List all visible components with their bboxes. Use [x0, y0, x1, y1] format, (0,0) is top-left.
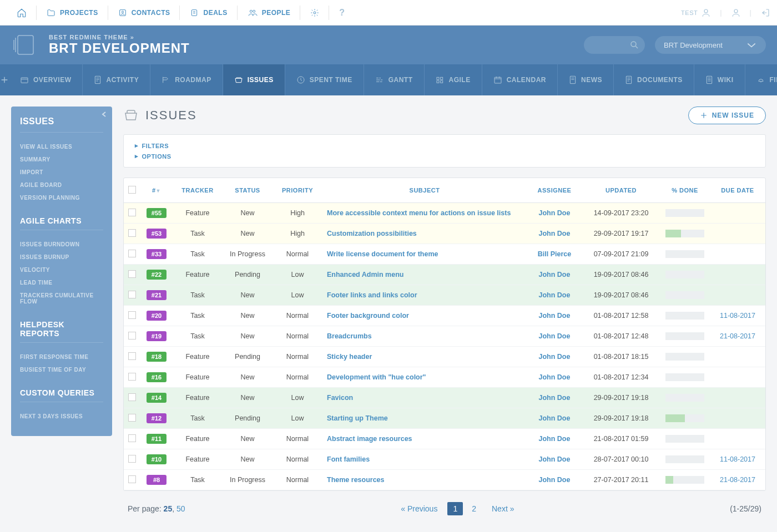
assignee-link[interactable]: John Doe	[539, 476, 571, 484]
issue-id-pill[interactable]: #53	[147, 229, 167, 239]
row-checkbox[interactable]	[128, 332, 136, 340]
issue-id-pill[interactable]: #12	[147, 413, 167, 423]
sidebar-link-summary[interactable]: SUMMARY	[20, 153, 103, 166]
tab-roadmap[interactable]: ROADMAP	[150, 64, 223, 95]
assignee-link[interactable]: John Doe	[539, 435, 571, 443]
issue-subject-link[interactable]: More accessible context menu for actions…	[327, 209, 511, 217]
assignee-link[interactable]: John Doe	[539, 394, 571, 402]
col-priority[interactable]: PRIORITY	[273, 178, 322, 203]
assignee-link[interactable]: John Doe	[539, 312, 571, 320]
sidebar-agile-trackers-cumulative-flow[interactable]: TRACKERS CUMULATIVE FLOW	[20, 289, 103, 308]
col-done[interactable]: % DONE	[660, 178, 710, 203]
filters-toggle[interactable]: ▸ FILTERS	[135, 140, 754, 151]
tab-overview[interactable]: OVERVIEW	[9, 64, 83, 95]
tab-add[interactable]	[0, 64, 9, 95]
table-row[interactable]: #33TaskIn ProgressNormalWrite license do…	[124, 244, 765, 265]
row-checkbox[interactable]	[128, 455, 136, 463]
table-row[interactable]: #8TaskIn ProgressNormalTheme resourcesJo…	[124, 470, 765, 490]
tab-files[interactable]: FILES	[745, 64, 777, 95]
table-row[interactable]: #14FeatureNewLowFaviconJohn Doe29-09-201…	[124, 388, 765, 408]
tab-issues[interactable]: ISSUES	[223, 64, 285, 95]
issue-id-pill[interactable]: #21	[147, 290, 167, 300]
assignee-link[interactable]: John Doe	[539, 271, 571, 278]
tab-activity[interactable]: ACTIVITY	[83, 64, 150, 95]
issue-subject-link[interactable]: Starting up Theme	[327, 414, 388, 422]
account-icon[interactable]	[731, 8, 741, 18]
assignee-link[interactable]: John Doe	[539, 373, 571, 381]
row-checkbox[interactable]	[128, 393, 136, 401]
pager-prev[interactable]: « Previous	[401, 504, 437, 513]
issue-subject-link[interactable]: Footer background color	[327, 312, 409, 320]
col-tracker[interactable]: TRACKER	[173, 178, 223, 203]
row-checkbox[interactable]	[128, 434, 136, 442]
assignee-link[interactable]: John Doe	[539, 414, 571, 422]
row-checkbox[interactable]	[128, 414, 136, 422]
sidebar-agile-issues-burnup[interactable]: ISSUES BURNUP	[20, 251, 103, 264]
issue-id-pill[interactable]: #8	[147, 475, 167, 485]
row-checkbox[interactable]	[128, 209, 136, 216]
per-page-option[interactable]: 50	[176, 504, 185, 513]
table-row[interactable]: #53TaskNewHighCustomization possibilitie…	[124, 224, 765, 244]
issue-id-pill[interactable]: #20	[147, 311, 167, 321]
pager-next[interactable]: Next »	[492, 504, 514, 513]
breadcrumb[interactable]: BEST REDMINE THEME »	[49, 34, 574, 40]
issue-subject-link[interactable]: Font families	[327, 455, 370, 463]
user-menu[interactable]: TEST	[681, 8, 711, 18]
sidebar-link-view-all-issues[interactable]: VIEW ALL ISSUES	[20, 140, 103, 153]
issue-subject-link[interactable]: Favicon	[327, 394, 353, 402]
table-row[interactable]: #16FeatureNewNormalDevelopment with "hue…	[124, 367, 765, 388]
issue-subject-link[interactable]: Sticky header	[327, 353, 372, 361]
issue-id-pill[interactable]: #14	[147, 393, 167, 403]
logout-icon[interactable]	[760, 8, 770, 18]
nav-settings[interactable]	[300, 0, 329, 26]
table-row[interactable]: #19TaskNewNormalBreadcrumbsJohn Doe01-08…	[124, 326, 765, 347]
issue-id-pill[interactable]: #55	[147, 208, 167, 218]
issue-subject-link[interactable]: Customization possibilities	[327, 230, 417, 237]
table-row[interactable]: #21TaskNewLowFooter links and links colo…	[124, 285, 765, 306]
sidebar-help-first-response-time[interactable]: FIRST RESPONSE TIME	[20, 351, 103, 363]
row-checkbox[interactable]	[128, 291, 136, 298]
assignee-link[interactable]: John Doe	[539, 332, 571, 340]
tab-calendar[interactable]: CALENDAR	[482, 64, 558, 95]
tab-gantt[interactable]: GANTT	[364, 64, 425, 95]
row-checkbox[interactable]	[128, 270, 136, 278]
assignee-link[interactable]: John Doe	[539, 353, 571, 361]
tab-documents[interactable]: DOCUMENTS	[614, 64, 694, 95]
row-checkbox[interactable]	[128, 311, 136, 319]
nav-contacts[interactable]: CONTACTS	[108, 0, 180, 26]
issue-id-pill[interactable]: #10	[147, 454, 167, 464]
table-row[interactable]: #10FeatureNewNormalFont familiesJohn Doe…	[124, 449, 765, 470]
col-assignee[interactable]: ASSIGNEE	[527, 178, 582, 203]
issue-subject-link[interactable]: Write license document for theme	[327, 250, 438, 258]
row-checkbox[interactable]	[128, 352, 136, 360]
assignee-link[interactable]: John Doe	[539, 209, 571, 217]
assignee-link[interactable]: John Doe	[539, 455, 571, 463]
sidebar-agile-issues-burndown[interactable]: ISSUES BURNDOWN	[20, 238, 103, 251]
sidebar-link-version-planning[interactable]: VERSION PLANNING	[20, 191, 103, 204]
new-issue-button[interactable]: NEW ISSUE	[688, 107, 766, 124]
options-toggle[interactable]: ▸ OPTIONS	[135, 151, 754, 161]
tab-news[interactable]: NEWS	[558, 64, 614, 95]
issue-id-pill[interactable]: #22	[147, 270, 167, 280]
col-updated[interactable]: UPDATED	[582, 178, 660, 203]
home-link[interactable]	[7, 0, 37, 26]
issue-id-pill[interactable]: #16	[147, 372, 167, 382]
nav-projects[interactable]: PROJECTS	[37, 0, 108, 26]
col-due[interactable]: DUE DATE	[710, 178, 765, 203]
assignee-link[interactable]: Bill Pierce	[538, 250, 571, 258]
sidebar-help-busiest-time-of-day[interactable]: BUSIEST TIME OF DAY	[20, 363, 103, 376]
row-checkbox[interactable]	[128, 229, 136, 237]
header-search[interactable]	[584, 36, 645, 54]
tab-spent-time[interactable]: SPENT TIME	[285, 64, 364, 95]
sidebar-agile-lead-time[interactable]: LEAD TIME	[20, 276, 103, 289]
issue-subject-link[interactable]: Development with "hue color"	[327, 373, 426, 381]
col-subject[interactable]: SUBJECT	[322, 178, 527, 203]
issue-id-pill[interactable]: #19	[147, 331, 167, 341]
issue-subject-link[interactable]: Footer links and links color	[327, 291, 417, 299]
issue-id-pill[interactable]: #11	[147, 434, 167, 444]
nav-people[interactable]: PEOPLE	[238, 0, 301, 26]
sidebar-collapse[interactable]	[101, 111, 108, 118]
assignee-link[interactable]: John Doe	[539, 291, 571, 299]
col-status[interactable]: STATUS	[223, 178, 273, 203]
tab-wiki[interactable]: WIKI	[694, 64, 745, 95]
